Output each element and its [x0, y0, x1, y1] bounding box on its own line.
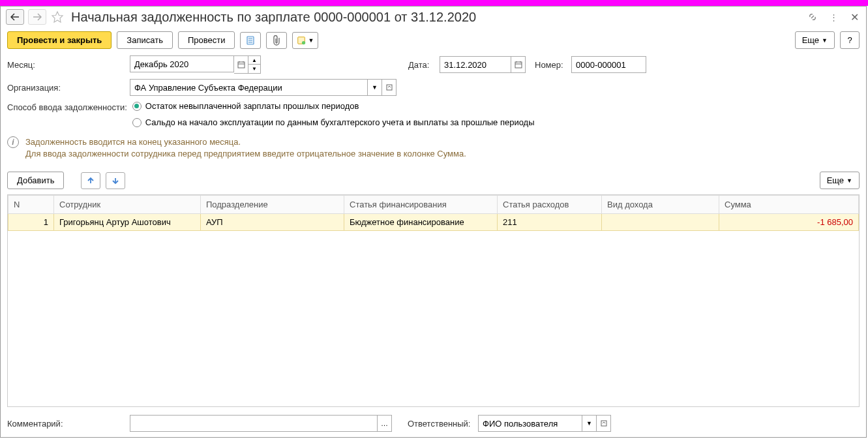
responsible-label: Ответственный:	[408, 419, 473, 429]
col-fin-article[interactable]: Статья финансирования	[344, 196, 498, 214]
comment-label: Комментарий:	[7, 419, 125, 429]
table-more-button[interactable]: Еще ▼	[820, 172, 860, 189]
info-icon: i	[7, 136, 19, 148]
method-option-2[interactable]: Сальдо на начало эксплуатации по данным …	[132, 117, 535, 127]
method-option-2-label: Сальдо на начало эксплуатации по данным …	[145, 117, 535, 127]
window-header: Начальная задолженность по зарплате 0000…	[1, 7, 866, 27]
info-box: i Задолженность вводится на конец указан…	[1, 130, 866, 169]
table-toolbar: Добавить Еще ▼	[1, 169, 866, 192]
radio-icon	[132, 102, 142, 111]
print-button[interactable]: ▼	[292, 32, 318, 49]
add-button[interactable]: Добавить	[7, 172, 64, 189]
number-label: Номер:	[535, 60, 566, 70]
report-button[interactable]	[240, 32, 261, 49]
close-icon[interactable]: ✕	[848, 10, 861, 23]
col-exp-article[interactable]: Статья расходов	[498, 196, 602, 214]
date-calendar-button[interactable]	[511, 56, 526, 73]
link-icon[interactable]	[806, 10, 819, 23]
svg-rect-14	[387, 85, 392, 90]
favorite-icon[interactable]	[50, 10, 65, 24]
col-n[interactable]: N	[8, 196, 54, 214]
table-more-label: Еще	[827, 175, 844, 185]
table-container: N Сотрудник Подразделение Статья финанси…	[7, 194, 860, 407]
save-button[interactable]: Записать	[117, 31, 173, 49]
svg-rect-15	[601, 421, 606, 426]
move-up-button[interactable]	[81, 172, 100, 189]
responsible-input[interactable]	[478, 415, 582, 432]
col-employee[interactable]: Сотрудник	[54, 196, 201, 214]
chevron-down-icon: ▼	[846, 177, 852, 184]
cell-employee[interactable]: Григорьянц Артур Ашотович	[54, 214, 201, 231]
attach-button[interactable]	[266, 32, 287, 49]
org-open-button[interactable]	[382, 79, 397, 96]
arrow-down-icon	[111, 176, 120, 185]
calendar-icon	[237, 61, 245, 68]
date-label: Дата:	[408, 60, 434, 70]
col-sum[interactable]: Сумма	[719, 196, 859, 214]
main-toolbar: Провести и закрыть Записать Провести ▼ Е…	[1, 27, 866, 53]
post-button[interactable]: Провести	[178, 31, 235, 49]
table-row[interactable]: 1 Григорьянц Артур Ашотович АУП Бюджетно…	[8, 214, 859, 231]
method-label: Способ ввода задолженности:	[7, 101, 127, 112]
org-dropdown-button[interactable]: ▼	[368, 79, 382, 96]
more-vertical-icon[interactable]: ⋮	[827, 10, 840, 23]
month-input-group: ▲ ▼	[130, 55, 261, 74]
method-option-1[interactable]: Остаток невыплаченной зарплаты прошлых п…	[132, 101, 535, 111]
footer: Комментарий: … Ответственный: ▼	[1, 410, 866, 437]
more-button[interactable]: Еще ▼	[795, 31, 835, 49]
cell-income-type[interactable]	[602, 214, 719, 231]
post-close-button[interactable]: Провести и закрыть	[7, 31, 112, 49]
print-icon	[297, 35, 306, 46]
comment-ellipsis-button[interactable]: …	[378, 415, 392, 432]
date-input[interactable]	[440, 56, 511, 73]
cell-n[interactable]: 1	[8, 214, 54, 231]
arrow-up-icon	[86, 176, 95, 185]
method-option-1-label: Остаток невыплаченной зарплаты прошлых п…	[145, 101, 359, 111]
comment-input[interactable]	[130, 415, 378, 432]
number-input[interactable]	[571, 56, 646, 73]
report-icon	[245, 35, 256, 46]
org-label: Организация:	[7, 83, 125, 93]
svg-rect-10	[515, 62, 522, 68]
month-label: Месяц:	[7, 60, 125, 70]
col-income-type[interactable]: Вид дохода	[602, 196, 719, 214]
info-line-1: Задолженность вводится на конец указанно…	[25, 136, 466, 148]
month-up-button[interactable]: ▲	[248, 56, 260, 65]
month-calendar-button[interactable]	[234, 55, 248, 74]
responsible-dropdown-button[interactable]: ▼	[582, 415, 597, 432]
cell-sum[interactable]: -1 685,00	[719, 214, 859, 231]
debt-table: N Сотрудник Подразделение Статья финанси…	[8, 195, 859, 231]
open-icon	[386, 84, 393, 91]
page-title: Начальная задолженность по зарплате 0000…	[71, 10, 802, 25]
radio-icon	[132, 118, 142, 127]
calendar-icon	[515, 61, 522, 68]
svg-point-5	[302, 40, 305, 44]
move-down-button[interactable]	[106, 172, 125, 189]
org-input[interactable]	[130, 79, 368, 96]
cell-fin-article[interactable]: Бюджетное финансирование	[344, 214, 498, 231]
forward-button[interactable]	[28, 9, 46, 25]
cell-department[interactable]: АУП	[201, 214, 344, 231]
more-label: Еще	[802, 35, 819, 45]
back-button[interactable]	[6, 9, 24, 25]
chevron-down-icon: ▼	[822, 37, 828, 44]
paperclip-icon	[272, 35, 281, 46]
responsible-open-button[interactable]	[597, 415, 611, 432]
svg-rect-6	[238, 62, 245, 68]
col-department[interactable]: Подразделение	[201, 196, 344, 214]
cell-exp-article[interactable]: 211	[498, 214, 602, 231]
help-button[interactable]: ?	[840, 31, 860, 49]
info-line-2: Для ввода задолженности сотрудника перед…	[25, 148, 466, 160]
month-down-button[interactable]: ▼	[248, 65, 260, 73]
month-input[interactable]	[130, 55, 234, 72]
open-icon	[601, 420, 607, 427]
